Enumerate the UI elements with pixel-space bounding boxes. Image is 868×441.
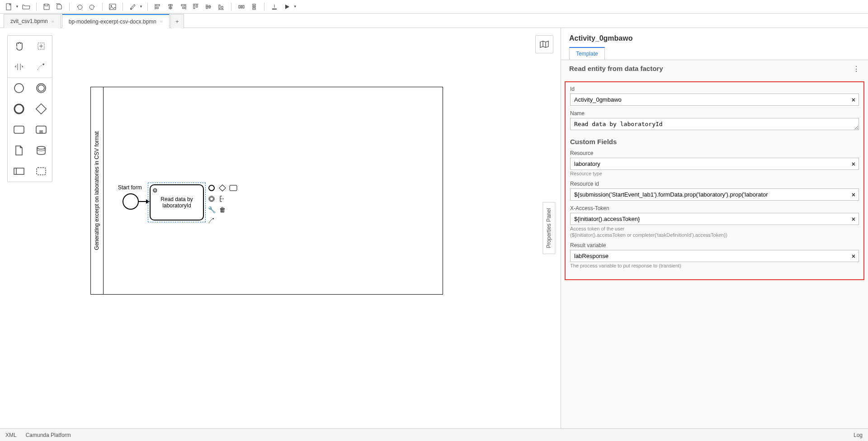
participant-icon[interactable] <box>8 161 30 182</box>
lane-label: Generating excerpt on laboratories in CS… <box>94 131 100 250</box>
undo-icon[interactable] <box>74 1 85 12</box>
svg-rect-5 <box>156 5 160 6</box>
context-pad: 🔧 🗑 <box>208 184 244 225</box>
append-end-event-icon[interactable] <box>208 184 216 192</box>
color-dropdown-icon[interactable]: ▼ <box>139 5 143 9</box>
token-hint: Access token of the user <box>570 226 859 231</box>
result-label: Result variable <box>570 242 859 249</box>
redo-icon[interactable] <box>87 1 98 12</box>
run-icon[interactable] <box>282 1 292 12</box>
service-task[interactable]: Read data by laboratoryId <box>150 184 204 220</box>
log-tab[interactable]: Log <box>854 432 863 438</box>
end-event-icon[interactable] <box>8 99 30 119</box>
tab-zvit[interactable]: zvit_csv1.bpmn ○ <box>4 14 61 28</box>
align-top-icon[interactable] <box>190 1 201 12</box>
image-icon[interactable] <box>107 1 118 12</box>
start-event-icon[interactable] <box>8 78 30 99</box>
clear-icon[interactable]: × <box>852 253 855 260</box>
clear-icon[interactable]: × <box>852 216 855 223</box>
connect-icon[interactable] <box>208 216 216 225</box>
data-store-icon[interactable] <box>30 140 52 161</box>
properties-panel-handle[interactable]: Properties Panel <box>543 202 556 254</box>
intermediate-event-icon[interactable] <box>30 78 52 99</box>
hand-tool-icon[interactable] <box>8 36 30 56</box>
align-right-icon[interactable] <box>178 1 189 12</box>
svg-rect-27 <box>253 8 255 9</box>
group-icon[interactable] <box>30 161 52 182</box>
append-gateway-icon[interactable] <box>218 184 226 192</box>
align-center-v-icon[interactable] <box>203 1 214 12</box>
svg-rect-1 <box>109 4 116 9</box>
clear-icon[interactable]: × <box>852 191 855 198</box>
xml-tab[interactable]: XML <box>5 432 17 438</box>
svg-marker-29 <box>285 5 289 9</box>
name-input[interactable] <box>570 118 859 130</box>
svg-rect-26 <box>253 6 255 7</box>
svg-rect-12 <box>183 7 185 9</box>
task-icon[interactable] <box>8 119 30 140</box>
gear-icon: ⚙ <box>152 187 158 194</box>
annotation-icon[interactable] <box>218 195 226 203</box>
result-input[interactable] <box>570 250 859 262</box>
canvas[interactable]: Generating excerpt on laboratories in CS… <box>0 28 561 428</box>
trash-icon[interactable]: 🗑 <box>218 206 226 214</box>
id-input[interactable] <box>570 94 859 106</box>
tab-label: bp-modeling-excerpt-csv-docx.bpmn <box>69 19 156 25</box>
clear-icon[interactable]: × <box>852 160 855 168</box>
more-options-icon[interactable]: ⋮ <box>853 65 860 73</box>
resource-id-input[interactable] <box>570 188 859 201</box>
svg-point-39 <box>14 104 24 113</box>
distribute-v-icon[interactable] <box>249 1 259 12</box>
tab-bpmodeling[interactable]: bp-modeling-excerpt-csv-docx.bpmn ○ <box>62 14 170 28</box>
svg-rect-3 <box>130 9 132 9</box>
svg-rect-40 <box>36 104 46 114</box>
id-label: Id <box>570 86 859 92</box>
resource-input[interactable] <box>570 158 859 170</box>
svg-rect-23 <box>241 5 242 8</box>
new-tab-button[interactable]: + <box>170 14 184 28</box>
wrench-icon[interactable]: 🔧 <box>208 206 216 214</box>
deploy-icon[interactable] <box>269 1 280 12</box>
token-input[interactable] <box>570 213 859 225</box>
minimap-toggle[interactable] <box>535 35 553 53</box>
connect-tool-icon[interactable] <box>30 56 52 77</box>
svg-rect-15 <box>196 5 198 7</box>
sequence-flow[interactable] <box>139 201 149 202</box>
color-icon[interactable] <box>127 1 138 12</box>
svg-rect-11 <box>181 5 185 6</box>
lane-header[interactable]: Generating excerpt on laboratories in CS… <box>91 87 104 294</box>
platform-tab[interactable]: Camunda Platform <box>26 432 71 438</box>
tab-label: zvit_csv1.bpmn <box>10 18 48 24</box>
svg-point-54 <box>210 197 213 201</box>
distribute-h-icon[interactable] <box>236 1 247 12</box>
new-file-icon[interactable] <box>4 1 14 12</box>
align-center-h-icon[interactable] <box>165 1 176 12</box>
result-hint: The process variable to put response to … <box>570 263 859 268</box>
main-toolbar: ▼ ▼ <box>0 0 868 14</box>
gateway-icon[interactable] <box>30 99 52 119</box>
svg-point-50 <box>209 185 214 191</box>
lasso-tool-icon[interactable] <box>30 36 52 56</box>
tab-template[interactable]: Template <box>569 47 605 60</box>
data-object-icon[interactable] <box>8 140 30 161</box>
start-event[interactable] <box>123 193 139 210</box>
open-file-icon[interactable] <box>21 1 32 12</box>
subprocess-icon[interactable] <box>30 119 52 140</box>
space-tool-icon[interactable] <box>8 56 30 77</box>
clear-icon[interactable]: × <box>852 96 855 103</box>
save-all-icon[interactable] <box>54 1 65 12</box>
bpmn-diagram[interactable]: Generating excerpt on laboratories in CS… <box>90 87 443 295</box>
close-icon[interactable]: ○ <box>160 19 163 24</box>
align-bottom-icon[interactable] <box>216 1 226 12</box>
section-title: Custom Fields <box>570 138 859 145</box>
append-intermediate-event-icon[interactable] <box>208 195 216 203</box>
align-left-icon[interactable] <box>152 1 163 12</box>
svg-rect-24 <box>243 5 244 8</box>
new-file-dropdown-icon[interactable]: ▼ <box>15 5 19 9</box>
save-icon[interactable] <box>41 1 52 12</box>
run-dropdown-icon[interactable]: ▼ <box>293 5 297 9</box>
svg-rect-6 <box>156 7 158 9</box>
token-label: X-Access-Token <box>570 205 859 211</box>
close-icon[interactable]: ○ <box>52 19 54 24</box>
append-task-icon[interactable] <box>229 184 237 192</box>
